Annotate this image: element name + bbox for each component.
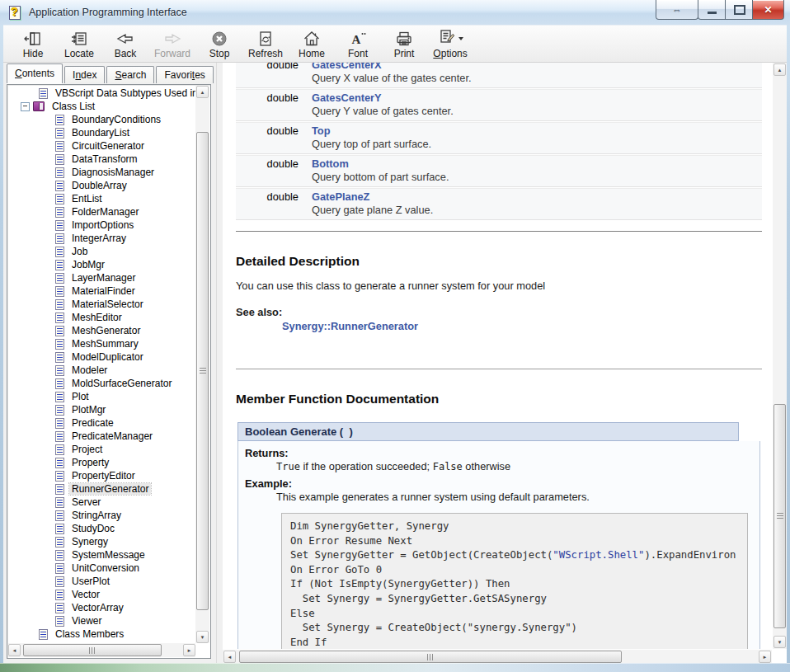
scroll-left-icon[interactable]: ◄ (8, 644, 21, 656)
content-vertical-scrollbar[interactable]: ▲ ▼ (773, 63, 787, 649)
tree-item[interactable]: Class List (9, 100, 195, 113)
tree-item[interactable]: Viewer (9, 614, 195, 627)
tree-vscroll-thumb[interactable] (196, 132, 209, 610)
tree-item-label: Class List (49, 101, 97, 112)
tree-item[interactable]: Vector (9, 588, 195, 601)
tree-item[interactable]: Modeler (9, 364, 195, 377)
tree-item-label: BoundaryList (69, 127, 132, 139)
scroll-right-icon[interactable]: ► (183, 644, 195, 656)
tab-search[interactable]: Search (106, 66, 154, 83)
close-button[interactable]: ✕ (752, 0, 784, 20)
main-area: Contents Index Search Favorites VBScript… (3, 63, 787, 664)
tree-item[interactable]: Project (9, 443, 195, 456)
options-button[interactable]: Options (427, 27, 473, 60)
tree-item[interactable]: UserPlot (9, 575, 195, 588)
tree-item[interactable]: DataTransform (9, 153, 195, 166)
tree-item[interactable]: PropertyEditor (9, 469, 195, 482)
tree-item[interactable]: DiagnosisManager (9, 166, 195, 179)
tree-item[interactable]: Class Members (9, 627, 195, 641)
tree-item[interactable]: CircuitGenerator (9, 139, 195, 153)
tree-item[interactable]: Server (9, 496, 195, 509)
member-name-link[interactable]: Bottom (312, 157, 759, 170)
print-button[interactable]: Print (381, 27, 427, 60)
see-also-link[interactable]: Synergy::RunnerGenerator (282, 320, 762, 332)
tree-item[interactable]: BoundaryConditions (9, 113, 195, 126)
tree-item[interactable]: MeshEditor (9, 311, 195, 324)
hide-button[interactable]: Hide (10, 27, 56, 60)
tab-index[interactable]: Index (64, 66, 105, 83)
content-horizontal-scrollbar[interactable]: ◄ ► (223, 650, 772, 664)
member-name-link[interactable]: GatesCenterY (312, 92, 759, 104)
member-name-link[interactable]: GatesCenterX (312, 63, 759, 71)
tree-item[interactable]: ImportOptions (9, 219, 195, 232)
scroll-down-icon[interactable]: ▼ (774, 636, 786, 648)
tree-item[interactable]: LayerManager (9, 271, 195, 284)
locate-button[interactable]: Locate (56, 27, 102, 60)
member-name-link[interactable]: Top (312, 125, 759, 137)
scroll-right-icon[interactable]: ► (759, 651, 771, 663)
content-hscroll-thumb[interactable] (239, 651, 622, 663)
svg-text:A: A (352, 33, 361, 46)
scroll-up-icon[interactable]: ▲ (196, 86, 209, 98)
tree-hscroll-thumb[interactable] (23, 644, 162, 656)
minimize-button[interactable] (698, 0, 727, 20)
tree-item[interactable]: Job (9, 245, 195, 258)
font-button[interactable]: A Font (335, 27, 381, 60)
tree-item[interactable]: MoldSurfaceGenerator (9, 377, 195, 390)
tree-vertical-scrollbar[interactable]: ▲ ▼ (195, 86, 209, 643)
tree-item[interactable]: MaterialSelector (9, 298, 195, 311)
scroll-down-icon[interactable]: ▼ (196, 631, 209, 643)
tree-item[interactable]: Property (9, 456, 195, 469)
options-icon (438, 27, 456, 48)
resize-button[interactable]: ⇔ (656, 0, 698, 20)
tree-item[interactable]: SystemMessage (9, 548, 195, 562)
tree-item[interactable]: EntList (9, 192, 195, 205)
collapse-minus-icon[interactable] (21, 102, 30, 111)
tree-item[interactable]: VBScript Data Subtypes Used in the (9, 87, 195, 100)
tree-item[interactable]: Predicate (9, 416, 195, 430)
tree-item[interactable]: VectorArray (9, 601, 195, 614)
tab-favorites[interactable]: Favorites (156, 66, 213, 83)
member-row: doubleGatePlaneZQuery gate plane Z value… (236, 188, 762, 220)
code-line: Set SynergyGetter = GetObject(CreateObje… (290, 548, 739, 563)
print-icon (395, 29, 413, 48)
tree-item[interactable]: MeshGenerator (9, 324, 195, 337)
tree-item[interactable]: DoubleArray (9, 179, 195, 192)
tree-item-label: Class Members (53, 628, 126, 640)
tree-item[interactable]: Plot (9, 390, 195, 403)
tree-item[interactable]: PredicateManager (9, 430, 195, 443)
page-icon (55, 220, 64, 231)
scroll-up-icon[interactable]: ▲ (774, 63, 786, 76)
tree-item[interactable]: FolderManager (9, 205, 195, 219)
tree-item[interactable]: JobMgr (9, 258, 195, 271)
refresh-button[interactable]: Refresh (242, 27, 289, 60)
tree-item[interactable]: ModelDuplicator (9, 350, 195, 364)
tree-item[interactable]: RunnerGenerator (9, 482, 195, 496)
home-button[interactable]: Home (289, 27, 335, 60)
content-vscroll-thumb[interactable] (774, 404, 786, 628)
code-line: Set Synergy = CreateObject("synergy.Syne… (290, 621, 739, 636)
tree-horizontal-scrollbar[interactable]: ◄ ► (8, 643, 195, 657)
tree-item[interactable]: Synergy (9, 535, 195, 548)
tree-item[interactable]: StudyDoc (9, 522, 195, 535)
page-icon (55, 458, 64, 468)
tree-item[interactable]: BoundaryList (9, 126, 195, 139)
tab-contents[interactable]: Contents (7, 63, 63, 83)
tree-item[interactable]: StringArray (9, 509, 195, 522)
tree-item[interactable]: MeshSummary (9, 337, 195, 350)
tree-item[interactable]: UnitConversion (9, 562, 195, 575)
stop-button[interactable]: Stop (196, 27, 242, 60)
member-name-link[interactable]: GatePlaneZ (312, 190, 759, 203)
maximize-button[interactable] (725, 0, 754, 20)
see-also-label: See also: (236, 306, 762, 318)
back-button[interactable]: Back (102, 27, 148, 60)
tree-item-label: UnitConversion (69, 562, 142, 574)
scroll-left-icon[interactable]: ◄ (223, 651, 236, 663)
page-icon (55, 313, 64, 323)
tree-item-label: BoundaryConditions (69, 114, 163, 125)
detailed-description-heading: Detailed Description (236, 254, 762, 269)
tree-item[interactable]: IntegerArray (9, 232, 195, 245)
tree-item[interactable]: PlotMgr (9, 403, 195, 416)
tree-item[interactable]: MaterialFinder (9, 284, 195, 298)
forward-button[interactable]: Forward (148, 27, 196, 60)
